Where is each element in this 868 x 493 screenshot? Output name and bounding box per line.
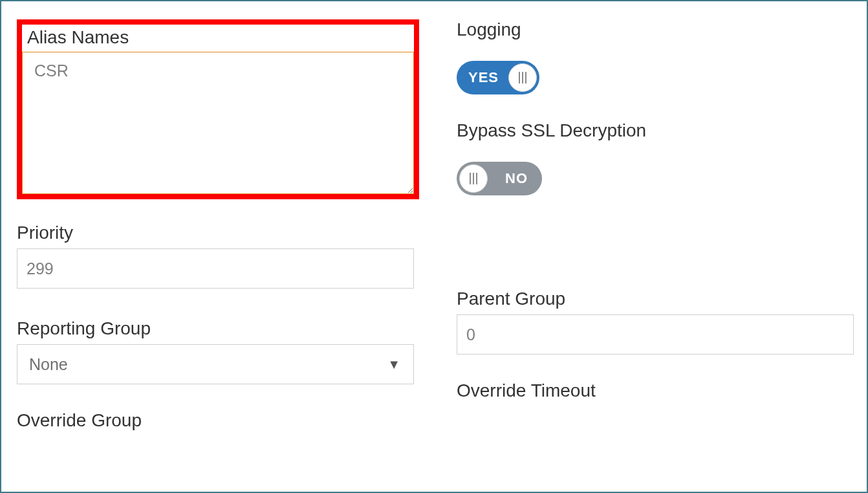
parent-group-field: Parent Group — [457, 289, 854, 355]
parent-group-input[interactable] — [457, 314, 854, 355]
bypass-ssl-toggle-value: NO — [505, 170, 528, 187]
priority-input[interactable] — [17, 248, 414, 289]
toggle-knob-icon — [508, 63, 537, 92]
reporting-group-select[interactable]: None ▼ — [17, 344, 414, 384]
reporting-group-label: Reporting Group — [17, 318, 418, 339]
logging-field: Logging YES — [457, 19, 854, 94]
toggle-knob-icon — [459, 164, 488, 193]
logging-label: Logging — [457, 19, 854, 40]
bypass-ssl-label: Bypass SSL Decryption — [457, 120, 854, 141]
reporting-group-selected: None — [29, 355, 68, 374]
bypass-ssl-field: Bypass SSL Decryption NO — [457, 120, 854, 263]
right-column: Logging YES Bypass SSL Decryption NO — [457, 19, 867, 436]
logging-toggle-value: YES — [468, 69, 499, 86]
override-group-label: Override Group — [17, 410, 418, 431]
override-group-field: Override Group — [17, 410, 418, 431]
bypass-ssl-toggle[interactable]: NO — [457, 162, 542, 195]
left-column: Alias Names Priority Reporting Group Non… — [17, 19, 418, 436]
reporting-group-field: Reporting Group None ▼ — [17, 318, 418, 384]
alias-names-label: Alias Names — [22, 25, 414, 52]
override-timeout-field: Override Timeout — [457, 380, 854, 401]
alias-names-input[interactable] — [22, 52, 414, 194]
alias-names-block: Alias Names — [17, 19, 419, 199]
parent-group-label: Parent Group — [457, 289, 854, 309]
priority-field: Priority — [17, 223, 418, 289]
chevron-down-icon: ▼ — [387, 357, 400, 372]
settings-panel: Alias Names Priority Reporting Group Non… — [0, 0, 868, 493]
override-timeout-label: Override Timeout — [457, 380, 854, 401]
logging-toggle[interactable]: YES — [457, 61, 539, 94]
priority-label: Priority — [17, 223, 418, 243]
